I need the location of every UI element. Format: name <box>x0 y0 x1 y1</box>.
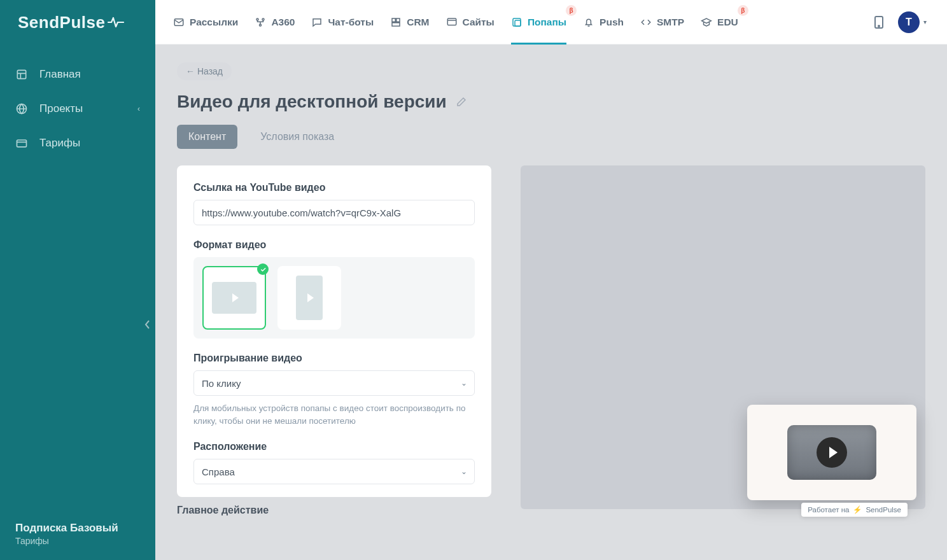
preview-video-thumb <box>787 425 876 480</box>
format-portrait[interactable] <box>277 266 341 330</box>
field-label: Ссылка на YouTube видео <box>193 182 475 193</box>
playback-select[interactable]: По клику <box>193 370 475 396</box>
svg-rect-8 <box>396 18 400 22</box>
pencil-icon[interactable] <box>456 96 467 108</box>
mail-icon <box>173 17 185 28</box>
sidebar-item-pricing[interactable]: Тарифы <box>0 126 155 160</box>
svg-point-4 <box>256 18 258 20</box>
code-icon <box>640 17 652 28</box>
nav-edu[interactable]: EDU β <box>694 0 745 45</box>
check-icon <box>257 263 269 275</box>
user-menu[interactable]: T ▾ <box>898 11 927 33</box>
beta-badge: β <box>738 5 748 16</box>
playback-hint: Для мобильных устройств попапы с видео с… <box>193 402 475 427</box>
portrait-thumb-icon <box>296 276 323 320</box>
nav-campaigns[interactable]: Рассылки <box>167 0 244 45</box>
bolt-icon: ⚡ <box>853 505 862 514</box>
tabs: Контент Условия показа <box>177 125 925 149</box>
landscape-thumb-icon <box>212 282 256 314</box>
nav-label: Попапы <box>528 17 566 28</box>
chat-icon <box>311 17 323 28</box>
brand-logo[interactable]: SendPulse <box>0 0 155 45</box>
nav-sites[interactable]: Сайты <box>440 0 501 45</box>
nav-popups[interactable]: Попапы β <box>505 0 573 45</box>
nav-label: CRM <box>407 17 429 28</box>
play-icon <box>817 437 847 468</box>
main-area: Рассылки A360 Чат-боты CRM Сайты Попапы <box>155 0 947 560</box>
chevron-down-icon: ▾ <box>923 18 927 25</box>
svg-rect-11 <box>513 18 521 26</box>
sidebar-nav: Главная Проекты ‹ Тарифы <box>0 57 155 160</box>
nav-label: Рассылки <box>190 17 238 28</box>
flow-icon <box>255 17 266 28</box>
beta-badge: β <box>566 5 577 16</box>
nav-chatbots[interactable]: Чат-боты <box>305 0 380 45</box>
nav-label: EDU <box>717 17 738 28</box>
chevron-left-icon: ‹ <box>137 104 140 113</box>
brand-name: SendPulse <box>18 13 105 32</box>
svg-point-14 <box>878 25 880 27</box>
edu-icon <box>701 17 712 28</box>
format-options <box>193 257 475 339</box>
avatar: T <box>898 11 920 33</box>
section-main-action: Главное действие <box>177 505 491 516</box>
page-content: ← Назад Видео для десктопной версии Конт… <box>155 45 947 560</box>
plan-name: Подписка Базовый <box>15 522 118 535</box>
field-label: Формат видео <box>193 239 475 251</box>
nav-smtp[interactable]: SMTP <box>634 0 691 45</box>
field-youtube-url: Ссылка на YouTube видео <box>193 182 475 225</box>
mobile-icon[interactable] <box>874 15 884 29</box>
card-icon <box>15 137 28 150</box>
svg-point-5 <box>262 18 264 20</box>
field-playback: Проигрывание видео По клику ⌄ Для мобиль… <box>193 353 475 427</box>
top-nav: Рассылки A360 Чат-боты CRM Сайты Попапы <box>155 0 947 45</box>
site-icon <box>446 17 458 28</box>
sidebar-item-label: Тарифы <box>39 137 80 150</box>
nav-label: Сайты <box>463 17 495 28</box>
sidebar-footer[interactable]: Подписка Базовый Тарифы <box>15 522 118 546</box>
sidebar-item-home[interactable]: Главная <box>0 57 155 92</box>
svg-rect-0 <box>17 70 25 78</box>
nav-label: A360 <box>271 17 295 28</box>
sidebar-item-label: Проекты <box>39 102 83 115</box>
nav-a360[interactable]: A360 <box>248 0 301 45</box>
nav-label: Чат-боты <box>328 17 374 28</box>
nav-crm[interactable]: CRM <box>384 0 435 45</box>
svg-rect-10 <box>447 18 456 25</box>
nav-label: SMTP <box>657 17 684 28</box>
bell-icon <box>583 17 594 28</box>
preview-popup: Работает на ⚡ SendPulse <box>747 405 916 500</box>
svg-point-6 <box>260 24 262 26</box>
popup-icon <box>511 17 523 28</box>
tab-conditions[interactable]: Условия показа <box>249 125 346 149</box>
sidebar-item-projects[interactable]: Проекты ‹ <box>0 92 155 126</box>
back-button[interactable]: ← Назад <box>177 62 232 80</box>
svg-rect-2 <box>17 140 27 147</box>
globe-icon <box>15 102 28 115</box>
editor-panel: Ссылка на YouTube видео Формат видео <box>177 165 491 497</box>
sidebar: SendPulse Главная Проекты ‹ <box>0 0 155 560</box>
nav-label: Push <box>600 17 624 28</box>
format-landscape[interactable] <box>202 266 266 330</box>
field-video-format: Формат видео <box>193 239 475 339</box>
svg-rect-7 <box>392 18 395 22</box>
nav-push[interactable]: Push <box>577 0 630 45</box>
youtube-url-input[interactable] <box>193 200 475 225</box>
field-label: Главное действие <box>177 505 491 516</box>
page-title: Видео для десктопной версии <box>177 92 447 112</box>
tab-content[interactable]: Контент <box>177 125 237 149</box>
field-label: Расположение <box>193 441 475 452</box>
powered-by-badge[interactable]: Работает на ⚡ SendPulse <box>801 503 908 517</box>
svg-rect-12 <box>515 20 521 26</box>
sidebar-item-label: Главная <box>39 68 81 81</box>
pulse-icon <box>108 16 124 29</box>
field-label: Проигрывание видео <box>193 353 475 364</box>
field-position: Расположение Справа ⌄ <box>193 441 475 484</box>
crm-icon <box>390 17 402 28</box>
position-select[interactable]: Справа <box>193 459 475 484</box>
sidebar-collapse-handle[interactable] <box>139 302 156 347</box>
plan-sub: Тарифы <box>15 536 118 546</box>
svg-rect-9 <box>392 22 400 25</box>
home-icon <box>15 68 28 81</box>
preview-area: Работает на ⚡ SendPulse <box>521 165 925 509</box>
